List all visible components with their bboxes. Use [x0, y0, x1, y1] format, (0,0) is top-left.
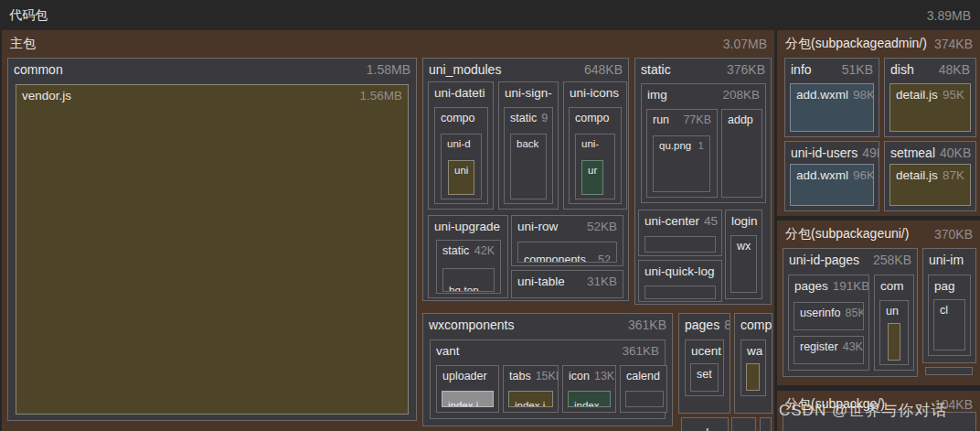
node-size: 13KB	[594, 370, 615, 383]
node-header: un	[880, 301, 908, 321]
node-header: common1.58MB	[8, 59, 416, 81]
node-header	[926, 368, 972, 375]
node-header: vendor.js1.56MB	[16, 85, 408, 106]
node-header: add.wxml98K	[791, 84, 873, 105]
treemap-node-qu-png[interactable]: qu.png1	[653, 135, 710, 192]
node-header: wa	[741, 340, 765, 361]
node-header: uni_modules648KB	[423, 59, 628, 81]
treemap-node-app[interactable]: app	[731, 417, 756, 431]
treemap-node[interactable]	[888, 323, 900, 361]
node-size: 208KB	[722, 88, 760, 102]
node-header: addp	[722, 110, 762, 130]
treemap-node-back[interactable]: back	[510, 134, 547, 199]
node-size: 1	[698, 140, 704, 151]
node-size: 361KB	[628, 318, 666, 332]
node-header: compo	[570, 108, 621, 128]
node-size: 42K	[474, 244, 495, 257]
node-label: uni-upgrade	[434, 220, 500, 233]
treemap-node-add-wxml[interactable]: add.wxml96K	[790, 164, 874, 206]
treemap-node[interactable]	[746, 363, 760, 391]
treemap-node-set[interactable]: set	[690, 363, 719, 392]
node-label: cl	[940, 304, 948, 317]
node-size: 361KB	[622, 344, 659, 358]
node-header: uni-id-pages258KB	[783, 249, 917, 271]
treemap-node-index[interactable]: index	[568, 391, 611, 407]
node-header: uni-sign-	[499, 82, 558, 103]
treemap-node-index-j[interactable]: index.j	[442, 391, 494, 407]
node-label: icon	[569, 370, 590, 383]
treemap-node-cl[interactable]: cl	[933, 299, 965, 350]
node-label: uni-im	[929, 253, 964, 267]
node-label: static	[510, 112, 537, 124]
node-header: uploader	[437, 366, 498, 386]
node-size: 1.58MB	[367, 62, 410, 77]
treemap-node-ur[interactable]: ur	[581, 160, 603, 195]
treemap-node-node-m[interactable]: node-m	[681, 417, 729, 431]
treemap-node-vendor-js[interactable]: vendor.js1.56MB	[16, 84, 409, 415]
treemap-node-bg-top[interactable]: bg-top	[442, 268, 495, 292]
node-label: detail.js	[896, 88, 938, 102]
node-size: 48KB	[939, 62, 970, 77]
treemap-node-addp[interactable]: addp	[721, 109, 762, 198]
node-header: app	[732, 425, 755, 431]
node-size: 40KB	[940, 145, 971, 160]
node-header: uni-d	[442, 135, 481, 153]
treemap-node[interactable]	[644, 286, 716, 299]
treemap-node[interactable]	[625, 391, 664, 407]
treemap-node-uni-table[interactable]: uni-table31KB	[511, 270, 623, 298]
node-label: un	[886, 305, 899, 318]
node-header: calend	[621, 366, 666, 386]
treemap-node[interactable]	[644, 236, 716, 253]
node-label: uni-icons	[570, 86, 619, 100]
node-label: tabs	[509, 370, 531, 383]
node-size: 77KB	[683, 113, 711, 126]
node-label: register	[800, 340, 838, 353]
node-size: 52	[598, 253, 611, 263]
node-label: pages	[794, 279, 828, 293]
node-label: uploader	[442, 370, 487, 383]
node-label: ur	[588, 165, 597, 176]
node-header: bg-top	[443, 283, 494, 292]
treemap-node-add-wxml[interactable]: add.wxml98K	[790, 83, 874, 132]
treemap-node-index-j[interactable]: index.j	[508, 391, 553, 407]
node-label: info	[791, 62, 812, 77]
node-header: compo	[435, 108, 487, 128]
node-label: common	[14, 62, 63, 77]
node-label: uni-table	[517, 275, 565, 288]
node-header: login	[726, 210, 762, 232]
node-label: uni-	[581, 138, 599, 149]
node-size: 98K	[853, 88, 873, 102]
treemap-node-detail-js[interactable]: detail.js87K	[889, 164, 971, 206]
treemap-node-uni[interactable]: uni	[448, 160, 474, 195]
node-header: setmeal40KB	[885, 142, 975, 164]
node-label: login	[731, 214, 758, 228]
treemap-node-userinfo[interactable]: userinfo85K	[794, 302, 864, 330]
node-label: calend	[626, 370, 660, 383]
node-label: add.wxml	[796, 168, 848, 182]
node-label: set	[697, 368, 712, 381]
treemap-node-register[interactable]: register43KB	[794, 336, 864, 364]
node-size: 45	[704, 214, 718, 228]
node-size: 43KB	[843, 340, 863, 353]
node-size: 96K	[853, 168, 873, 182]
treemap-node-detail-js[interactable]: detail.js95K	[889, 83, 971, 132]
treemap-node-wx[interactable]: wx	[730, 235, 757, 293]
node-label: pages	[685, 318, 719, 332]
node-header: uni-upgrade	[429, 216, 507, 237]
treemap-node-components[interactable]: components52	[517, 242, 617, 263]
watermark: CSDN @世界与你对话	[779, 400, 947, 421]
node-header: pay24KB	[783, 426, 975, 431]
node-header	[761, 418, 772, 426]
node-header: ucent	[686, 340, 723, 361]
node-label: img	[647, 88, 667, 102]
node-header: uni-row52KB	[512, 216, 623, 237]
code-package-treemap: 代码包 3.89MB 主包 3.07MB 分包(subpackageadmin/…	[0, 0, 980, 431]
node-size: 258KB	[873, 253, 911, 267]
node-header: pages191KB	[789, 275, 868, 296]
node-label: app	[738, 426, 755, 431]
node-header: node-m	[682, 425, 728, 431]
node-header: uni	[449, 161, 474, 179]
node-label: wxcomponents	[429, 318, 514, 332]
treemap-node[interactable]	[760, 417, 772, 431]
treemap-node[interactable]	[925, 367, 973, 375]
